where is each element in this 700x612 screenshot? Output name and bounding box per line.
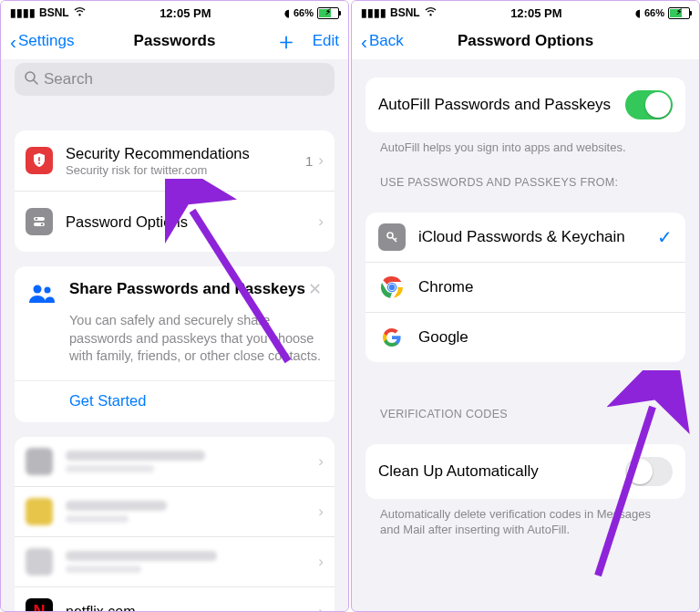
clock: 12:05 PM — [160, 6, 211, 20]
dnd-icon: ◖ — [284, 7, 290, 19]
shield-alert-icon — [26, 147, 53, 174]
provider-google[interactable]: Google — [365, 312, 685, 362]
cleanup-toggle-row[interactable]: Clean Up Automatically — [365, 444, 685, 499]
back-button[interactable]: ‹ Settings — [10, 32, 74, 51]
provider-label: iCloud Passwords & Keychain — [418, 228, 625, 246]
wifi-icon — [73, 6, 87, 19]
get-started-button[interactable]: Get Started — [27, 381, 322, 411]
row-subtitle: Security risk for twitter.com — [66, 163, 305, 177]
back-label: Back — [369, 32, 404, 50]
page-title: Password Options — [352, 32, 699, 50]
add-button[interactable]: ＋ — [274, 29, 298, 53]
chevron-left-icon: ‹ — [10, 32, 16, 51]
chevron-right-icon: › — [318, 603, 324, 612]
search-icon — [24, 70, 38, 89]
provider-icloud[interactable]: iCloud Passwords & Keychain ✓ — [365, 213, 685, 262]
close-button[interactable]: ✕ — [308, 279, 322, 299]
signal-icon: ▮▮▮▮ — [361, 6, 386, 19]
clock: 12:05 PM — [510, 6, 561, 20]
row-label: AutoFill Passwords and Passkeys — [378, 96, 611, 114]
row-label: Clean Up Automatically — [378, 462, 539, 481]
list-item[interactable]: › — [15, 437, 335, 486]
provider-chrome[interactable]: Chrome — [365, 262, 685, 312]
wifi-icon — [424, 6, 438, 19]
password-list: › › › N netflix.com › — [15, 437, 335, 612]
battery-percent: 66% — [293, 7, 314, 18]
signal-icon: ▮▮▮▮ — [10, 6, 36, 19]
svg-point-3 — [38, 162, 40, 164]
carrier-label: BSNL — [39, 6, 69, 19]
provider-label: Chrome — [418, 278, 473, 296]
svg-rect-2 — [38, 157, 40, 161]
status-bar: ▮▮▮▮ BSNL 12:05 PM ◖ 66% ⚡︎ — [1, 1, 348, 23]
dnd-icon: ◖ — [635, 7, 641, 19]
svg-point-7 — [41, 223, 44, 226]
cleanup-toggle[interactable] — [625, 457, 673, 486]
search-input[interactable]: Search — [15, 63, 335, 96]
key-icon — [378, 223, 406, 251]
chrome-icon — [378, 274, 406, 301]
svg-point-9 — [45, 287, 51, 294]
people-icon — [27, 279, 57, 308]
verification-footer: Automatically delete verification codes … — [365, 499, 685, 538]
chevron-left-icon: ‹ — [361, 32, 367, 51]
chevron-right-icon: › — [318, 503, 324, 521]
chevron-right-icon: › — [318, 151, 324, 170]
share-title: Share Passwords and Passkeys — [69, 279, 305, 298]
count-badge: 1 — [305, 153, 313, 169]
netflix-icon: N — [26, 598, 53, 612]
list-item-netflix[interactable]: N netflix.com › — [15, 586, 335, 612]
security-recommendations-row[interactable]: Security Recommendations Security risk f… — [15, 130, 335, 191]
search-placeholder: Search — [44, 70, 93, 88]
checkmark-icon: ✓ — [657, 226, 673, 248]
edit-button[interactable]: Edit — [313, 32, 339, 50]
switches-icon — [26, 208, 53, 235]
autofill-footer: AutoFill helps you sign into apps and we… — [365, 132, 685, 156]
verification-header: VERIFICATION CODES — [365, 362, 685, 426]
google-icon — [378, 324, 406, 351]
back-label: Settings — [18, 32, 74, 50]
share-passwords-card: Share Passwords and Passkeys ✕ You can s… — [15, 266, 335, 422]
row-title: Security Recommendations — [66, 144, 305, 163]
battery-icon: ⚡︎ — [317, 7, 339, 19]
password-options-row[interactable]: Password Options › — [15, 191, 335, 252]
list-item[interactable]: › — [15, 536, 335, 586]
chevron-right-icon: › — [318, 213, 324, 231]
battery-percent: 66% — [644, 7, 664, 18]
share-description: You can safely and securely share passwo… — [69, 312, 322, 366]
battery-icon: ⚡︎ — [668, 7, 690, 19]
nav-bar: ‹ Settings Passwords ＋ Edit — [1, 23, 348, 59]
chevron-right-icon: › — [318, 553, 324, 571]
carrier-label: BSNL — [390, 6, 420, 19]
nav-bar: ‹ Back Password Options — [352, 23, 699, 59]
svg-line-1 — [34, 80, 37, 84]
provider-label: Google — [418, 328, 468, 347]
list-item[interactable]: › — [15, 486, 335, 536]
autofill-toggle[interactable] — [625, 90, 673, 119]
back-button[interactable]: ‹ Back — [361, 32, 404, 51]
chevron-right-icon: › — [318, 452, 324, 471]
list-item-label: netflix.com — [66, 604, 318, 612]
svg-point-8 — [34, 285, 42, 294]
svg-point-5 — [36, 218, 38, 221]
status-bar: ▮▮▮▮ BSNL 12:05 PM ◖ 66% ⚡︎ — [352, 1, 699, 23]
row-title: Password Options — [66, 213, 318, 232]
svg-point-14 — [389, 284, 395, 289]
autofill-toggle-row[interactable]: AutoFill Passwords and Passkeys — [365, 78, 685, 132]
providers-header: USE PASSWORDS AND PASSKEYS FROM: — [365, 156, 685, 194]
